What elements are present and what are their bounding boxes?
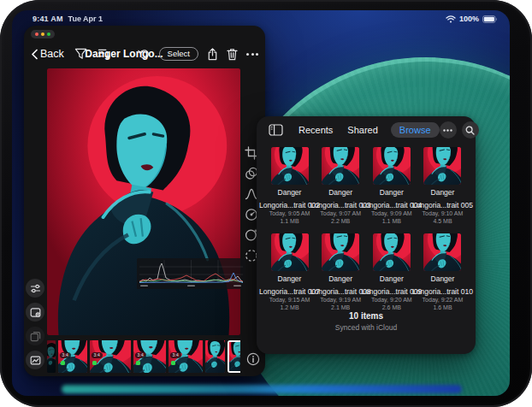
- auto-adjust-button[interactable]: [26, 279, 44, 298]
- library-button[interactable]: [26, 351, 44, 369]
- file-name-line1: Danger: [431, 274, 455, 284]
- sync-status: Synced with iCloud: [257, 323, 476, 332]
- dot: [256, 53, 258, 56]
- back-button[interactable]: Back: [31, 48, 64, 60]
- file-size: 1.1 MB: [382, 217, 401, 225]
- aspect-badge: 3:4: [60, 352, 71, 358]
- ipad-screen: 9:41 AM Tue Apr 1 100%: [12, 10, 510, 396]
- file-size: 4.5 MB: [433, 217, 452, 225]
- tab-shared[interactable]: Shared: [346, 122, 379, 138]
- file-date: Today, 9:19 AM: [320, 296, 361, 304]
- share-icon: [207, 48, 218, 61]
- file-item[interactable]: Danger Longoria...trait 002 Today, 9:05 …: [265, 147, 314, 225]
- status-time: 9:41 AM: [33, 15, 63, 23]
- share-button[interactable]: [207, 48, 218, 61]
- file-name-line1: Danger: [278, 274, 302, 284]
- info-button[interactable]: [246, 352, 260, 366]
- file-item[interactable]: Danger Longoria...trait 009 Today, 9:20 …: [367, 233, 416, 311]
- files-tabs: Recents Shared Browse: [297, 122, 440, 138]
- back-label: Back: [40, 48, 64, 60]
- file-item[interactable]: Danger Longoria...trait 004 Today, 9:09 …: [367, 147, 416, 225]
- delete-button[interactable]: [227, 48, 238, 61]
- file-name-line1: Danger: [278, 188, 302, 198]
- edited-badge: [136, 361, 140, 365]
- file-size: 1.1 MB: [280, 217, 299, 225]
- copy-edits-button[interactable]: [26, 327, 44, 345]
- files-header: Recents Shared Browse: [257, 116, 476, 144]
- info-icon: [246, 352, 260, 366]
- marketing-canvas: 9:41 AM Tue Apr 1 100%: [0, 0, 532, 407]
- ipad-device-bezel: 9:41 AM Tue Apr 1 100%: [0, 0, 532, 407]
- aspect-badge: 3:4: [135, 352, 146, 358]
- file-item[interactable]: Danger Longoria...trait 007 Today, 9:15 …: [265, 233, 314, 311]
- tab-browse[interactable]: Browse: [391, 122, 440, 138]
- ellipsis-icon: [443, 129, 452, 132]
- edited-badge: [92, 361, 97, 365]
- main-photo[interactable]: [47, 68, 240, 335]
- auto-adjust-icon: [30, 283, 41, 294]
- filmstrip: 3:4 3:4 3:4 3:4: [47, 340, 240, 373]
- file-thumbnail: [373, 147, 411, 185]
- files-more-button[interactable]: [440, 121, 457, 139]
- edited-badge: [171, 361, 175, 365]
- file-name-line1: Danger: [380, 274, 404, 284]
- histogram-overlay: [137, 258, 245, 289]
- file-date: Today, 9:15 AM: [269, 296, 310, 304]
- file-name-line2: Longoria...trait 005: [412, 201, 473, 210]
- filmstrip-thumb[interactable]: 3:4: [168, 340, 203, 373]
- file-date: Today, 9:09 AM: [371, 209, 412, 217]
- more-button[interactable]: [246, 53, 258, 56]
- aspect-badge: 3:4: [92, 352, 103, 358]
- status-date: Tue Apr 1: [68, 15, 103, 23]
- wifi-icon: [446, 15, 456, 23]
- file-size: 2.6 MB: [382, 304, 401, 311]
- file-name-line1: Danger: [328, 188, 352, 198]
- file-name-line1: Danger: [380, 188, 404, 198]
- editor-toolbar: Back Danger Longo...: [24, 41, 265, 67]
- filmstrip-thumb[interactable]: [47, 340, 56, 373]
- dot: [246, 53, 249, 56]
- frame-icon: [30, 355, 41, 366]
- chevron-left-icon: [31, 49, 38, 60]
- status-bar: 9:41 AM Tue Apr 1 100%: [12, 13, 510, 25]
- file-date: Today, 9:20 AM: [371, 296, 412, 304]
- corner-tool-column: [26, 279, 44, 369]
- file-name-line1: Danger: [431, 188, 455, 198]
- portrait-photo-art: [47, 68, 240, 335]
- file-item[interactable]: Danger Longoria...trait 005 Today, 9:10 …: [418, 147, 467, 225]
- file-name-line2: Longoria...trait 010: [412, 287, 473, 297]
- export-preset-button[interactable]: [26, 303, 44, 321]
- file-date: Today, 9:07 AM: [320, 209, 361, 217]
- file-thumbnail: [271, 233, 309, 271]
- file-item[interactable]: Danger Longoria...trait 003 Today, 9:07 …: [316, 147, 365, 225]
- thumb-art: [47, 340, 56, 373]
- window-controls[interactable]: [31, 30, 55, 38]
- sidebar-icon: [269, 124, 283, 136]
- filmstrip-thumb-selected[interactable]: [228, 340, 240, 373]
- document-title[interactable]: Danger Longo...: [85, 41, 163, 67]
- tab-recents[interactable]: Recents: [297, 122, 334, 138]
- file-size: 1.6 MB: [433, 304, 452, 311]
- file-thumbnail: [423, 147, 461, 185]
- filmstrip-thumb[interactable]: 3:4: [58, 340, 87, 373]
- aspect-badge: 3:4: [170, 352, 181, 358]
- trash-icon: [227, 48, 238, 61]
- file-item[interactable]: Danger Longoria...trait 008 Today, 9:19 …: [316, 233, 365, 311]
- files-grid: Danger Longoria...trait 002 Today, 9:05 …: [257, 147, 476, 311]
- file-item[interactable]: Danger Longoria...trait 010 Today, 9:22 …: [418, 233, 467, 311]
- photo-editor-window: Back Danger Longo...: [24, 26, 265, 376]
- file-date: Today, 9:10 AM: [423, 209, 464, 217]
- edited-badge: [61, 361, 65, 365]
- select-button[interactable]: Select: [159, 47, 198, 61]
- file-date: Today, 9:05 AM: [269, 209, 310, 217]
- filmstrip-thumb[interactable]: [205, 340, 225, 373]
- sidebar-toggle-button[interactable]: [269, 124, 283, 136]
- filmstrip-thumb[interactable]: 3:4: [90, 340, 131, 373]
- battery-percent: 100%: [459, 15, 479, 23]
- file-thumbnail: [373, 233, 411, 271]
- file-thumbnail: [423, 233, 461, 271]
- window-dot-yellow: [41, 32, 44, 36]
- file-date: Today, 9:22 AM: [423, 296, 464, 304]
- filmstrip-thumb[interactable]: 3:4: [133, 340, 166, 373]
- files-search-button[interactable]: [462, 121, 479, 139]
